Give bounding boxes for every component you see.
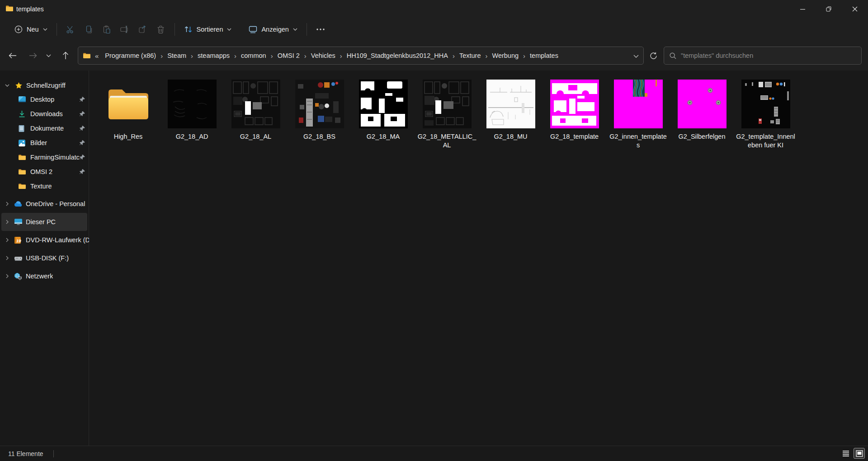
sidebar-item-dieser-pc[interactable]: Dieser PC <box>1 213 87 231</box>
disc-icon: 19 <box>14 236 21 244</box>
thumbnails-view-button[interactable] <box>854 448 865 459</box>
back-button[interactable] <box>4 47 21 65</box>
drive-icon <box>14 255 23 261</box>
breadcrumb-item[interactable]: templates <box>527 50 561 61</box>
file-item[interactable]: G2_18_MU <box>479 75 542 150</box>
details-view-button[interactable] <box>840 448 851 459</box>
breadcrumb-separator[interactable]: › <box>522 52 527 59</box>
pin-icon[interactable] <box>80 96 85 103</box>
breadcrumb-item[interactable]: common <box>238 50 269 61</box>
sidebar-item-dvd-drive[interactable]: 19 DVD-RW-Laufwerk (D <box>0 231 89 249</box>
file-item[interactable]: G2_innen_templates <box>606 75 670 150</box>
file-name: High_Res <box>114 132 143 141</box>
toolbar-separator <box>175 23 175 36</box>
sidebar-item-usb-disk[interactable]: USB-DISK (F:) <box>0 249 89 267</box>
sidebar-item-label: FarmingSimulatc <box>30 154 80 161</box>
sidebar-item-dokumente[interactable]: Dokumente <box>0 121 89 136</box>
sidebar-item-netzwerk[interactable]: Netzwerk <box>0 267 89 285</box>
status-divider <box>53 450 54 457</box>
new-button[interactable]: Neu <box>10 21 52 38</box>
sidebar-item-label: OMSI 2 <box>30 168 52 175</box>
pin-icon[interactable] <box>80 169 85 176</box>
pin-icon[interactable] <box>80 111 85 118</box>
minimize-button[interactable] <box>789 0 816 18</box>
breadcrumb-separator[interactable]: › <box>303 52 308 59</box>
file-item[interactable]: G2_18_AD <box>160 75 224 150</box>
breadcrumb-item[interactable]: HH109_Stadtgelenkbus2012_HHA <box>344 50 451 61</box>
search-input[interactable] <box>681 52 856 59</box>
sidebar-group-quick-access[interactable]: Schnellzugriff <box>0 79 89 92</box>
more-options-button[interactable] <box>311 21 330 38</box>
sidebar-item-omsi2[interactable]: OMSI 2 <box>0 165 89 179</box>
pin-icon[interactable] <box>80 125 85 132</box>
file-item[interactable]: High_Res <box>96 75 160 150</box>
breadcrumb-item[interactable]: Vehicles <box>308 50 339 61</box>
sidebar-item-downloads[interactable]: Downloads <box>0 107 89 121</box>
image-thumbnail <box>295 80 344 128</box>
sidebar-item-farmingsimulator[interactable]: FarmingSimulatc <box>0 150 89 165</box>
chevron-right-icon[interactable] <box>4 220 10 224</box>
pin-icon[interactable] <box>80 140 85 147</box>
copy-button[interactable] <box>80 21 98 38</box>
sidebar-item-onedrive[interactable]: OneDrive - Personal <box>0 195 89 213</box>
file-item[interactable]: G2_18_MA <box>351 75 415 150</box>
file-item[interactable]: G2_template_Innenleben fuer KI <box>734 75 797 150</box>
breadcrumb-item[interactable]: Werbung <box>489 50 522 61</box>
chevron-right-icon[interactable] <box>4 274 10 278</box>
file-item[interactable]: G2_18_AL <box>224 75 288 150</box>
file-name: G2_18_AD <box>176 132 208 141</box>
image-thumbnail <box>550 80 599 128</box>
file-name: G2_18_BS <box>303 132 335 141</box>
breadcrumb-item[interactable]: Texture <box>456 50 484 61</box>
sidebar-item-label: Desktop <box>30 96 54 103</box>
breadcrumb-item[interactable]: Steam <box>164 50 189 61</box>
file-name: G2_18_template <box>550 132 599 141</box>
chevron-right-icon[interactable] <box>4 238 10 242</box>
back-icon <box>9 52 17 59</box>
share-button[interactable] <box>134 21 152 38</box>
file-item[interactable]: G2_18_BS <box>288 75 351 150</box>
sidebar-item-desktop[interactable]: Desktop <box>0 92 89 107</box>
details-view-icon <box>842 450 849 456</box>
rename-button[interactable] <box>116 21 134 38</box>
chevron-down-icon[interactable] <box>4 84 10 87</box>
search-box[interactable] <box>664 47 862 65</box>
forward-icon <box>29 52 37 59</box>
image-thumbnail <box>678 80 726 128</box>
address-dropdown-button[interactable] <box>633 52 639 60</box>
breadcrumb-separator[interactable]: › <box>484 52 489 59</box>
explorer-window: templates Neu <box>0 0 868 461</box>
breadcrumb-item[interactable]: steamapps <box>194 50 233 61</box>
breadcrumb-separator[interactable]: › <box>451 52 456 59</box>
pin-icon[interactable] <box>80 154 85 161</box>
breadcrumb-overflow[interactable]: « <box>91 52 102 60</box>
folder-icon <box>83 52 91 59</box>
file-item[interactable]: G2_18_template <box>542 75 606 150</box>
delete-button[interactable] <box>152 21 170 38</box>
sort-button[interactable]: Sortieren <box>179 21 236 38</box>
recent-locations-button[interactable] <box>42 47 55 65</box>
file-item[interactable]: G2_Silberfelgen <box>670 75 734 150</box>
breadcrumb-separator[interactable]: › <box>339 52 344 59</box>
breadcrumb-separator[interactable]: › <box>269 52 274 59</box>
sidebar-item-bilder[interactable]: Bilder <box>0 136 89 150</box>
view-button[interactable]: Anzeigen <box>244 21 302 38</box>
chevron-right-icon[interactable] <box>4 202 10 206</box>
breadcrumb-separator[interactable]: › <box>159 52 164 59</box>
up-button[interactable] <box>57 47 74 65</box>
chevron-right-icon[interactable] <box>4 256 10 260</box>
refresh-button[interactable] <box>644 47 662 65</box>
forward-button[interactable] <box>24 47 42 65</box>
breadcrumb-separator[interactable]: › <box>233 52 238 59</box>
paste-button[interactable] <box>98 21 116 38</box>
file-item[interactable]: G2_18_METALLIC_AL <box>415 75 479 150</box>
refresh-icon <box>650 52 657 60</box>
cut-button[interactable] <box>61 21 80 38</box>
breadcrumb-separator[interactable]: › <box>189 52 194 59</box>
sidebar-item-texture[interactable]: Texture <box>0 179 89 193</box>
close-button[interactable] <box>842 0 868 18</box>
address-bar[interactable]: « Programme (x86)› Steam› steamapps› com… <box>78 47 644 65</box>
restore-button[interactable] <box>816 0 842 18</box>
breadcrumb-item[interactable]: OMSI 2 <box>274 50 303 61</box>
breadcrumb-item[interactable]: Programme (x86) <box>102 50 159 61</box>
